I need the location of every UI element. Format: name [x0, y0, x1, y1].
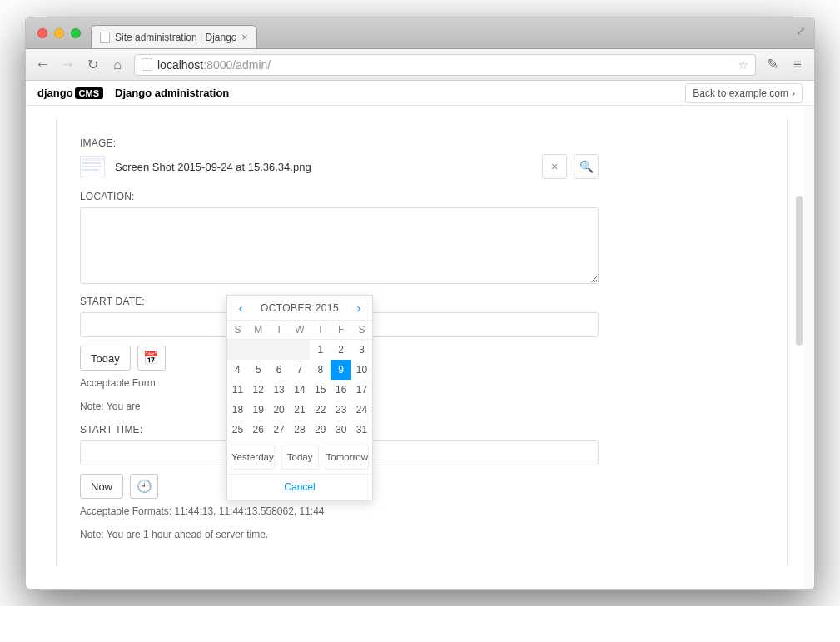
- location-label: LOCATION:: [80, 191, 763, 202]
- calendar-day[interactable]: 10: [351, 360, 372, 380]
- calendar-day[interactable]: 14: [290, 380, 311, 400]
- calendar-day[interactable]: 29: [310, 420, 331, 440]
- back-to-site-button[interactable]: Back to example.com ›: [685, 83, 803, 103]
- calendar-day[interactable]: 23: [331, 400, 351, 420]
- cms-logo: django CMS: [37, 87, 103, 99]
- calendar-day[interactable]: 30: [331, 420, 351, 440]
- bookmark-star-icon[interactable]: ☆: [738, 57, 748, 72]
- back-to-site-label: Back to example.com: [693, 87, 788, 99]
- dow-header: T: [269, 321, 290, 340]
- dow-header: F: [331, 321, 351, 340]
- timezone-note-truncated: Note: You are: [80, 401, 763, 412]
- reload-button[interactable]: ↻: [84, 57, 101, 72]
- calendar-day[interactable]: 26: [248, 420, 269, 440]
- dow-header: S: [351, 321, 372, 340]
- tomorrow-button[interactable]: Tomorrow: [326, 445, 369, 470]
- calendar-day[interactable]: 27: [269, 420, 290, 440]
- start-time-label: START TIME:: [80, 424, 763, 435]
- calendar-day: [290, 340, 311, 361]
- calendar-day[interactable]: 2: [331, 340, 351, 361]
- zoom-window-icon[interactable]: [71, 28, 81, 38]
- scrollbar[interactable]: [796, 196, 803, 346]
- admin-title: Django administration: [115, 87, 229, 99]
- page-icon: [100, 32, 110, 43]
- calendar-day[interactable]: 6: [269, 360, 290, 380]
- back-button[interactable]: ←: [34, 56, 51, 73]
- calendar-button[interactable]: 📅: [137, 346, 166, 371]
- calendar-day: [227, 340, 248, 361]
- image-row: Screen Shot 2015-09-24 at 15.36.34.png ×…: [80, 154, 599, 179]
- logo-badge: CMS: [75, 87, 103, 99]
- location-textarea[interactable]: [80, 207, 599, 284]
- clock-icon: 🕘: [137, 479, 152, 494]
- calendar-day[interactable]: 18: [227, 400, 248, 420]
- browser-toolbar: ← → ↻ ⌂ localhost:8000/admin/ ☆ ✎ ≡: [26, 49, 814, 81]
- minimize-window-icon[interactable]: [54, 28, 64, 38]
- calendar-day[interactable]: 31: [351, 420, 372, 440]
- calendar-day[interactable]: 7: [290, 360, 311, 380]
- close-window-icon[interactable]: [37, 28, 47, 38]
- forward-button: →: [59, 56, 76, 73]
- calendar-day[interactable]: 8: [310, 360, 331, 380]
- logo-text: django: [37, 87, 73, 99]
- calendar-day[interactable]: 12: [248, 380, 269, 400]
- now-button[interactable]: Now: [80, 474, 123, 499]
- date-picker: ‹ OCTOBER 2015 › SMTWTFS 123456789101112…: [226, 295, 373, 500]
- close-icon: ×: [551, 160, 558, 173]
- lookup-image-button[interactable]: 🔍: [574, 154, 599, 179]
- address-bar[interactable]: localhost:8000/admin/ ☆: [134, 54, 756, 76]
- image-thumbnail: [80, 156, 105, 177]
- form-panel: IMAGE: Screen Shot 2015-09-24 at 15.36.3…: [56, 117, 788, 567]
- calendar-day: [269, 340, 290, 361]
- calendar-day[interactable]: 9: [331, 360, 351, 380]
- calendar-day[interactable]: 13: [269, 380, 290, 400]
- calendar-day: [248, 340, 269, 361]
- dow-header: M: [248, 321, 269, 340]
- calendar-day[interactable]: 15: [310, 380, 331, 400]
- browser-tab[interactable]: Site administration | Django ×: [91, 25, 257, 48]
- timezone-note: Note: You are 1 hour ahead of server tim…: [80, 529, 763, 540]
- calendar-day[interactable]: 22: [310, 400, 331, 420]
- today-quick-button[interactable]: Today: [281, 445, 319, 470]
- acceptable-formats-time: Acceptable Formats: 11:44:13, 11:44:13.5…: [80, 505, 763, 517]
- cancel-button[interactable]: Cancel: [227, 474, 372, 500]
- calendar-day[interactable]: 25: [227, 420, 248, 440]
- browser-window: Site administration | Django × ⤢ ← → ↻ ⌂…: [25, 17, 815, 590]
- calendar-day[interactable]: 21: [290, 400, 311, 420]
- calendar-day[interactable]: 5: [248, 360, 269, 380]
- search-icon: 🔍: [579, 160, 594, 173]
- calendar-day[interactable]: 4: [227, 360, 248, 380]
- browser-tabstrip: Site administration | Django × ⤢: [26, 17, 814, 49]
- dow-header: S: [227, 321, 248, 340]
- clear-image-button[interactable]: ×: [542, 154, 567, 179]
- prev-month-button[interactable]: ‹: [232, 301, 249, 315]
- calendar-day[interactable]: 16: [331, 380, 351, 400]
- fullscreen-icon[interactable]: ⤢: [796, 24, 806, 37]
- calendar-day[interactable]: 11: [227, 380, 248, 400]
- now-button-label: Now: [91, 480, 112, 493]
- close-tab-icon[interactable]: ×: [242, 32, 248, 43]
- cms-toolbar: django CMS Django administration Back to…: [26, 81, 814, 106]
- dow-header: W: [290, 321, 311, 340]
- home-button[interactable]: ⌂: [109, 57, 126, 72]
- url-path: :8000/admin/: [203, 58, 271, 72]
- dow-header: T: [310, 321, 331, 340]
- calendar-day[interactable]: 1: [310, 340, 331, 361]
- next-month-button[interactable]: ›: [350, 301, 367, 315]
- today-button[interactable]: Today: [80, 346, 131, 371]
- url-host: localhost: [157, 58, 203, 72]
- calendar-day[interactable]: 17: [351, 380, 372, 400]
- calendar-day[interactable]: 24: [351, 400, 372, 420]
- menu-icon[interactable]: ≡: [789, 57, 806, 73]
- clock-button[interactable]: 🕘: [130, 474, 158, 499]
- calendar-day[interactable]: 20: [269, 400, 290, 420]
- calendar-day[interactable]: 19: [248, 400, 269, 420]
- yesterday-button[interactable]: Yesterday: [231, 445, 275, 470]
- calendar-day[interactable]: 3: [351, 340, 372, 361]
- site-icon: [142, 58, 152, 71]
- tab-title: Site administration | Django: [115, 32, 237, 43]
- window-controls: [37, 28, 81, 38]
- chevron-right-icon: ›: [792, 87, 795, 99]
- extensions-icon[interactable]: ✎: [764, 56, 781, 73]
- calendar-day[interactable]: 28: [290, 420, 311, 440]
